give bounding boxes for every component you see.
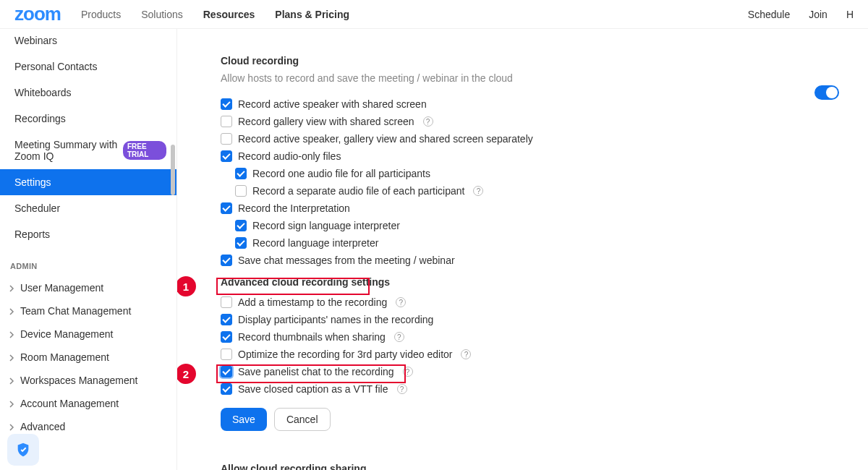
checkbox[interactable]: [221, 331, 232, 343]
nav-resources[interactable]: Resources: [203, 9, 255, 20]
nav-solutions[interactable]: Solutions: [141, 9, 183, 20]
option-row: Record language interpreter: [221, 234, 839, 252]
checkbox[interactable]: [221, 349, 232, 360]
option-label: Add a timestamp to the recording: [238, 296, 387, 308]
chevron-right-icon: [7, 307, 16, 315]
admin-room-management[interactable]: Room Management: [0, 346, 176, 369]
admin-device-management[interactable]: Device Management: [0, 322, 176, 346]
nav-plans-pricing[interactable]: Plans & Pricing: [275, 9, 349, 20]
option-row: Record sign language interpreter: [221, 217, 839, 234]
checkbox[interactable]: [221, 133, 232, 145]
option-row: Record active speaker, gallery view and …: [221, 130, 839, 148]
help-icon[interactable]: ?: [423, 116, 433, 127]
help-icon[interactable]: ?: [394, 332, 404, 342]
join-link[interactable]: Join: [809, 9, 827, 20]
chevron-right-icon: [7, 422, 16, 431]
option-label: Display participants' names in the recor…: [238, 314, 433, 325]
option-label: Record a separate audio file of each par…: [252, 185, 464, 197]
checkbox[interactable]: [221, 383, 232, 395]
admin-item-label: Room Management: [20, 351, 109, 363]
option-row: Display participants' names in the recor…: [221, 311, 839, 328]
nav-products[interactable]: Products: [81, 9, 121, 20]
callout-number-1: 1: [177, 276, 196, 296]
sidebar-item-webinars[interactable]: Webinars: [0, 35, 176, 54]
checkbox[interactable]: [221, 255, 232, 266]
checkbox[interactable]: [221, 366, 232, 377]
top-header: zoom Products Solutions Resources Plans …: [0, 0, 868, 29]
zoom-logo: zoom: [14, 3, 61, 25]
admin-item-label: Workspaces Management: [20, 375, 137, 386]
cancel-button[interactable]: Cancel: [274, 408, 331, 431]
save-button[interactable]: Save: [221, 408, 267, 431]
sidebar-item-label: Reports: [14, 228, 50, 240]
option-label: Record active speaker with shared screen: [238, 98, 427, 110]
cloud-recording-toggle[interactable]: [814, 85, 839, 100]
settings-content: Cloud recording Allow hosts to record an…: [177, 29, 868, 470]
option-row: Record audio-only files: [221, 148, 839, 165]
help-icon[interactable]: ?: [397, 384, 407, 394]
sidebar-item-label: Webinars: [14, 35, 57, 46]
advanced-options: Add a timestamp to the recording?Display…: [221, 294, 839, 398]
cloud-recording-title: Cloud recording: [221, 55, 839, 67]
checkbox[interactable]: [235, 185, 247, 197]
option-label: Record sign language interpreter: [252, 220, 400, 231]
option-label: Save closed caption as a VTT file: [238, 383, 388, 395]
option-label: Record language interpreter: [252, 237, 378, 249]
sidebar-item-label: Settings: [14, 176, 51, 188]
cloud-recording-sharing-title: Allow cloud recording sharing: [221, 463, 839, 470]
option-row: Optimize the recording for 3rd party vid…: [221, 346, 839, 363]
option-row: Save chat messages from the meeting / we…: [221, 252, 839, 269]
schedule-link[interactable]: Schedule: [748, 9, 790, 20]
chevron-right-icon: [7, 330, 16, 338]
option-label: Record the Interpretation: [238, 202, 350, 214]
checkbox[interactable]: [221, 314, 232, 325]
cloud-recording-desc: Allow hosts to record and save the meeti…: [221, 72, 839, 84]
sidebar-item-settings[interactable]: Settings: [0, 169, 176, 195]
admin-account-management[interactable]: Account Management: [0, 392, 176, 415]
option-label: Record one audio file for all participan…: [252, 168, 430, 179]
recording-options: Record active speaker with shared screen…: [221, 95, 839, 269]
sidebar-item-label: Meeting Summary with Zoom IQ: [14, 139, 123, 162]
checkbox[interactable]: [235, 220, 247, 231]
sidebar-item-label: Recordings: [14, 113, 66, 124]
admin-item-label: Account Management: [20, 398, 119, 409]
sidebar-item-scheduler[interactable]: Scheduler: [0, 195, 176, 221]
sidebar-item-personal-contacts[interactable]: Personal Contacts: [0, 54, 176, 80]
host-link[interactable]: H: [846, 9, 854, 20]
checkbox[interactable]: [221, 116, 232, 127]
option-label: Save chat messages from the meeting / we…: [238, 255, 455, 266]
sidebar-scrollbar[interactable]: [171, 43, 177, 456]
admin-team-chat-management[interactable]: Team Chat Management: [0, 299, 176, 322]
admin-item-label: Advanced: [20, 421, 65, 432]
sidebar-item-reports[interactable]: Reports: [0, 221, 176, 247]
option-row: Record active speaker with shared screen: [221, 95, 839, 113]
checkbox[interactable]: [235, 168, 247, 179]
option-row: Record thumbnails when sharing?: [221, 328, 839, 346]
checkbox[interactable]: [221, 98, 232, 110]
option-label: Record audio-only files: [238, 150, 341, 162]
checkbox[interactable]: [235, 237, 247, 249]
chevron-right-icon: [7, 399, 16, 408]
chevron-right-icon: [7, 353, 16, 362]
option-label: Save panelist chat to the recording: [238, 366, 394, 377]
admin-workspaces-management[interactable]: Workspaces Management: [0, 369, 176, 392]
help-icon[interactable]: ?: [396, 297, 406, 307]
sidebar-item-whiteboards[interactable]: Whiteboards: [0, 80, 176, 106]
help-icon[interactable]: ?: [403, 367, 413, 377]
sidebar-item-label: Personal Contacts: [14, 61, 97, 72]
checkbox[interactable]: [221, 202, 232, 214]
help-icon[interactable]: ?: [461, 349, 471, 359]
header-right: Schedule Join H: [748, 9, 854, 20]
help-icon[interactable]: ?: [473, 186, 483, 196]
checkbox[interactable]: [221, 296, 232, 308]
checkbox[interactable]: [221, 150, 232, 162]
sidebar-item-recordings[interactable]: Recordings: [0, 106, 176, 132]
admin-item-label: Device Management: [20, 328, 113, 340]
option-row: Record a separate audio file of each par…: [221, 182, 839, 200]
sidebar-item-meeting-summary[interactable]: Meeting Summary with Zoom IQ FREE TRIAL: [0, 132, 176, 169]
free-trial-badge: FREE TRIAL: [123, 141, 166, 160]
option-row: Record one audio file for all participan…: [221, 165, 839, 182]
admin-user-management[interactable]: User Management: [0, 276, 176, 299]
option-row: Record gallery view with shared screen?: [221, 113, 839, 130]
shield-icon[interactable]: [7, 434, 39, 466]
